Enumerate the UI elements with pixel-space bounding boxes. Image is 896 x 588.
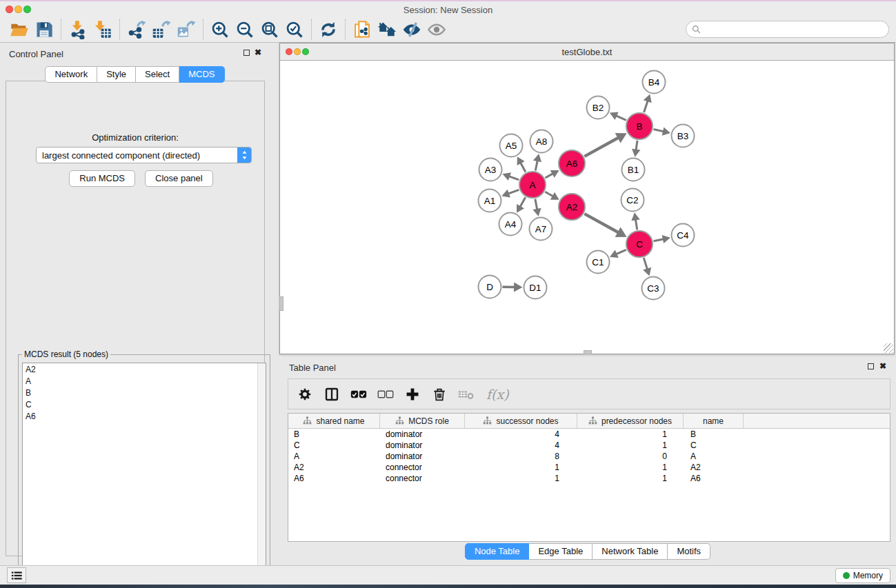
tab-network[interactable]: Network [45, 66, 97, 83]
graph-edge-A-A7[interactable] [532, 199, 541, 216]
add-column-button[interactable] [404, 386, 421, 403]
cell-predecessor-nodes[interactable]: 0 [577, 451, 684, 462]
graph-node-B3[interactable]: B3 [672, 125, 695, 148]
tab-mcds[interactable]: MCDS [179, 66, 224, 83]
cell-successor-nodes[interactable]: 1 [465, 462, 577, 473]
graph-edge-A-A5[interactable] [517, 156, 526, 172]
graph-edge-C-C1[interactable] [610, 250, 626, 258]
zoom-selected-button[interactable] [282, 19, 307, 41]
open-session-button[interactable] [7, 19, 32, 41]
cell-predecessor-nodes[interactable]: 1 [577, 473, 684, 484]
cell-name[interactable]: A [684, 451, 744, 462]
graph-edge-A-A3[interactable] [502, 172, 519, 181]
export-image-button[interactable] [174, 19, 199, 41]
graph-node-C1[interactable]: C1 [587, 251, 610, 274]
zoom-in-button[interactable] [208, 19, 232, 41]
cell-shared-name[interactable]: A [288, 451, 380, 462]
import-network-button[interactable] [66, 19, 90, 41]
cell-shared-name[interactable]: B [288, 429, 380, 440]
float-panel-icon[interactable] [243, 50, 250, 56]
table-tab-network-table[interactable]: Network Table [593, 543, 668, 560]
graph-node-A4[interactable]: A4 [499, 213, 522, 236]
search-field[interactable] [686, 21, 889, 38]
graph-edge-B-B4[interactable] [644, 94, 652, 112]
graph-edge-A-A1[interactable] [501, 190, 519, 198]
hide-details-button[interactable] [399, 19, 424, 41]
gear-button[interactable] [297, 386, 313, 403]
memory-button[interactable]: Memory [835, 568, 890, 583]
graph-node-D1[interactable]: D1 [524, 276, 547, 299]
cell-shared-name[interactable]: A2 [288, 462, 380, 473]
table-tab-node-table[interactable]: Node Table [465, 543, 530, 560]
graph-edge-C-C4[interactable] [654, 235, 670, 243]
column-header-name[interactable]: name [684, 414, 744, 428]
zoom-fit-button[interactable] [257, 19, 282, 41]
criterion-dropdown[interactable]: largest connected component (directed) [36, 147, 252, 163]
result-list-scrollbar[interactable] [257, 363, 266, 585]
table-row-C[interactable]: Cdominator41C [288, 440, 890, 451]
cell-successor-nodes[interactable]: 4 [465, 429, 577, 440]
graph-edge-A-A4[interactable] [517, 197, 526, 213]
cell-MCDS-role[interactable]: dominator [380, 451, 465, 462]
cell-name[interactable]: A6 [684, 473, 744, 484]
column-header-MCDS-role[interactable]: MCDS role [380, 414, 465, 428]
cell-name[interactable]: C [684, 440, 744, 451]
mcds-result-item[interactable]: A [23, 376, 257, 387]
network-from-file-button[interactable] [350, 19, 375, 41]
graph-edge-C-C3[interactable] [643, 258, 651, 276]
run-mcds-button[interactable]: Run MCDS [69, 170, 135, 187]
column-pane-button[interactable] [323, 386, 340, 403]
graph-node-C[interactable]: C [626, 231, 653, 257]
function-builder-button[interactable]: f(x) [486, 387, 509, 402]
graph-node-A3[interactable]: A3 [479, 159, 502, 181]
tab-select[interactable]: Select [136, 66, 179, 83]
graph-node-A6[interactable]: A6 [559, 150, 585, 176]
cell-MCDS-role[interactable]: dominator [380, 440, 465, 451]
column-header-shared-name[interactable]: shared name [288, 414, 380, 428]
graph-node-A8[interactable]: A8 [530, 130, 553, 153]
cell-successor-nodes[interactable]: 8 [465, 451, 577, 462]
graph-edge-A2-C[interactable] [584, 214, 626, 237]
delete-table-button[interactable] [458, 386, 475, 403]
graph-edge-C-C2[interactable] [631, 212, 639, 230]
mcds-result-item[interactable]: B [23, 387, 257, 399]
network-canvas[interactable]: B4B2BB3A8A5A6A3B1AA1C2A2A4A7C4CC1C3DD1 [280, 61, 894, 354]
graph-edge-A-A8[interactable] [533, 154, 541, 170]
close-panel-button[interactable]: Close panel [145, 170, 213, 187]
graph-node-C4[interactable]: C4 [672, 224, 695, 247]
graph-node-C3[interactable]: C3 [642, 277, 665, 300]
mcds-result-item[interactable]: A2 [23, 364, 257, 376]
graph-node-B[interactable]: B [626, 113, 653, 139]
cell-shared-name[interactable]: C [288, 440, 380, 451]
save-session-button[interactable] [32, 19, 57, 41]
cell-shared-name[interactable]: A6 [288, 473, 380, 484]
graph-edge-B-B1[interactable] [632, 141, 640, 157]
graph-node-A1[interactable]: A1 [479, 190, 501, 212]
cell-name[interactable]: B [684, 429, 744, 440]
graph-edge-B-B3[interactable] [653, 127, 670, 135]
graph-node-C2[interactable]: C2 [621, 189, 644, 212]
task-history-button[interactable] [7, 567, 26, 583]
graph-edge-A6-B[interactable] [584, 133, 626, 156]
cell-name[interactable]: A2 [684, 462, 744, 473]
mcds-result-item[interactable]: C [23, 399, 257, 411]
graph-node-B1[interactable]: B1 [622, 159, 645, 181]
delete-column-button[interactable] [431, 386, 448, 403]
home-button[interactable] [375, 19, 399, 41]
graph-edge-D-D1[interactable] [502, 283, 522, 292]
graph-edge-A-A6[interactable] [545, 170, 559, 178]
graph-node-A2[interactable]: A2 [559, 194, 585, 220]
graph-node-B2[interactable]: B2 [587, 97, 610, 119]
column-header-predecessor-nodes[interactable]: predecessor nodes [577, 414, 684, 428]
uncheck-all-button[interactable] [377, 386, 394, 403]
graph-node-B4[interactable]: B4 [643, 71, 666, 94]
import-table-button[interactable] [90, 19, 115, 41]
cell-MCDS-role[interactable]: connector [380, 462, 465, 473]
graph-node-A7[interactable]: A7 [530, 218, 552, 241]
table-float-panel-icon[interactable] [868, 363, 874, 369]
refresh-button[interactable] [316, 19, 341, 41]
cell-predecessor-nodes[interactable]: 1 [577, 440, 684, 451]
graph-node-A[interactable]: A [519, 172, 546, 198]
table-tab-edge-table[interactable]: Edge Table [529, 543, 593, 560]
cell-MCDS-role[interactable]: dominator [380, 429, 465, 440]
